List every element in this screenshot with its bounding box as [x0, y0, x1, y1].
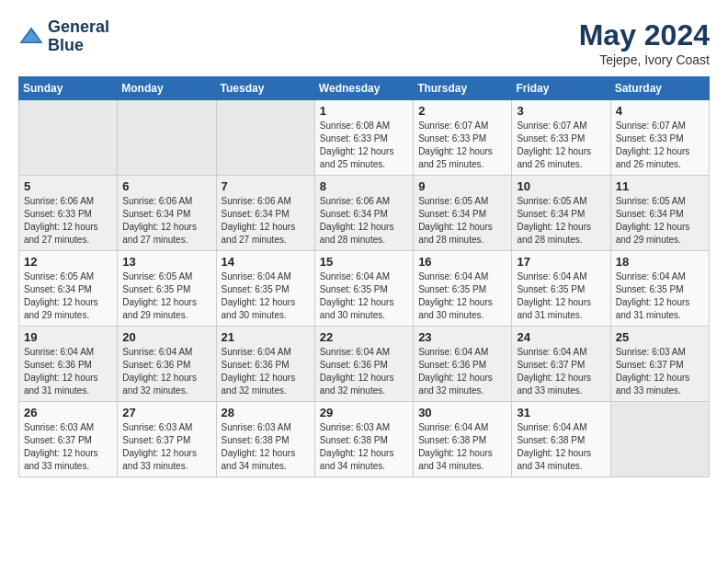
day-number: 27: [122, 406, 210, 419]
day-cell: 15Sunrise: 6:04 AMSunset: 6:35 PMDayligh…: [314, 251, 413, 327]
day-number: 22: [320, 330, 408, 344]
header-cell-friday: Friday: [512, 77, 610, 100]
day-info: Sunrise: 6:04 AMSunset: 6:35 PMDaylight:…: [222, 270, 310, 322]
day-info: Sunrise: 6:03 AMSunset: 6:37 PMDaylight:…: [122, 421, 210, 473]
calendar-body: 1Sunrise: 6:08 AMSunset: 6:33 PMDaylight…: [19, 100, 710, 477]
day-cell: 21Sunrise: 6:04 AMSunset: 6:36 PMDayligh…: [216, 327, 314, 402]
day-cell: [216, 100, 314, 176]
day-cell: 13Sunrise: 6:05 AMSunset: 6:35 PMDayligh…: [118, 251, 216, 327]
header-row: SundayMondayTuesdayWednesdayThursdayFrid…: [19, 77, 710, 100]
day-info: Sunrise: 6:07 AMSunset: 6:33 PMDaylight:…: [616, 120, 704, 171]
day-cell: 4Sunrise: 6:07 AMSunset: 6:33 PMDaylight…: [610, 100, 709, 176]
day-number: 19: [24, 330, 112, 344]
day-number: 4: [616, 104, 704, 118]
day-cell: 3Sunrise: 6:07 AMSunset: 6:33 PMDaylight…: [512, 100, 610, 176]
day-cell: 10Sunrise: 6:05 AMSunset: 6:34 PMDayligh…: [512, 176, 610, 251]
day-cell: 17Sunrise: 6:04 AMSunset: 6:35 PMDayligh…: [512, 251, 610, 327]
day-info: Sunrise: 6:04 AMSunset: 6:38 PMDaylight:…: [418, 421, 506, 473]
day-info: Sunrise: 6:08 AMSunset: 6:33 PMDaylight:…: [320, 120, 408, 171]
day-cell: 12Sunrise: 6:05 AMSunset: 6:34 PMDayligh…: [19, 251, 118, 327]
day-cell: 25Sunrise: 6:03 AMSunset: 6:37 PMDayligh…: [610, 327, 709, 402]
day-cell: 30Sunrise: 6:04 AMSunset: 6:38 PMDayligh…: [414, 402, 512, 477]
day-number: 26: [24, 406, 112, 419]
day-info: Sunrise: 6:06 AMSunset: 6:34 PMDaylight:…: [222, 195, 310, 247]
week-row-1: 1Sunrise: 6:08 AMSunset: 6:33 PMDaylight…: [19, 100, 710, 176]
logo: General Blue: [18, 18, 109, 55]
day-number: 31: [517, 406, 605, 419]
day-cell: 14Sunrise: 6:04 AMSunset: 6:35 PMDayligh…: [216, 251, 314, 327]
day-cell: 20Sunrise: 6:04 AMSunset: 6:36 PMDayligh…: [118, 327, 216, 402]
day-info: Sunrise: 6:04 AMSunset: 6:36 PMDaylight:…: [122, 346, 210, 397]
day-number: 14: [222, 255, 310, 269]
month-title: May 2024: [579, 18, 710, 52]
day-info: Sunrise: 6:04 AMSunset: 6:35 PMDaylight:…: [418, 270, 506, 322]
day-cell: 11Sunrise: 6:05 AMSunset: 6:34 PMDayligh…: [610, 176, 709, 251]
day-cell: 27Sunrise: 6:03 AMSunset: 6:37 PMDayligh…: [118, 402, 216, 477]
day-info: Sunrise: 6:04 AMSunset: 6:36 PMDaylight:…: [24, 346, 112, 397]
week-row-2: 5Sunrise: 6:06 AMSunset: 6:33 PMDaylight…: [19, 176, 710, 251]
day-cell: 29Sunrise: 6:03 AMSunset: 6:38 PMDayligh…: [314, 402, 413, 477]
week-row-3: 12Sunrise: 6:05 AMSunset: 6:34 PMDayligh…: [19, 251, 710, 327]
day-number: 24: [517, 330, 605, 344]
day-info: Sunrise: 6:05 AMSunset: 6:34 PMDaylight:…: [616, 195, 704, 247]
day-number: 8: [320, 179, 408, 193]
day-info: Sunrise: 6:06 AMSunset: 6:34 PMDaylight:…: [122, 195, 210, 247]
day-cell: 19Sunrise: 6:04 AMSunset: 6:36 PMDayligh…: [19, 327, 118, 402]
day-number: 16: [418, 255, 506, 269]
day-number: 11: [616, 179, 704, 193]
day-number: 1: [320, 104, 408, 118]
day-number: 28: [222, 406, 310, 419]
day-number: 13: [122, 255, 210, 269]
day-info: Sunrise: 6:07 AMSunset: 6:33 PMDaylight:…: [418, 120, 506, 171]
week-row-5: 26Sunrise: 6:03 AMSunset: 6:37 PMDayligh…: [19, 402, 710, 477]
day-cell: 1Sunrise: 6:08 AMSunset: 6:33 PMDaylight…: [314, 100, 413, 176]
location: Tejepe, Ivory Coast: [579, 52, 710, 67]
day-info: Sunrise: 6:04 AMSunset: 6:35 PMDaylight:…: [517, 270, 605, 322]
day-info: Sunrise: 6:04 AMSunset: 6:36 PMDaylight:…: [418, 346, 506, 397]
day-info: Sunrise: 6:05 AMSunset: 6:34 PMDaylight:…: [418, 195, 506, 247]
day-cell: 2Sunrise: 6:07 AMSunset: 6:33 PMDaylight…: [414, 100, 512, 176]
day-number: 7: [222, 179, 310, 193]
day-info: Sunrise: 6:07 AMSunset: 6:33 PMDaylight:…: [517, 120, 605, 171]
day-cell: [118, 100, 216, 176]
day-cell: 5Sunrise: 6:06 AMSunset: 6:33 PMDaylight…: [19, 176, 118, 251]
day-info: Sunrise: 6:04 AMSunset: 6:36 PMDaylight:…: [222, 346, 310, 397]
day-number: 5: [24, 179, 112, 193]
calendar-table: SundayMondayTuesdayWednesdayThursdayFrid…: [18, 76, 710, 477]
day-number: 23: [418, 330, 506, 344]
day-cell: 26Sunrise: 6:03 AMSunset: 6:37 PMDayligh…: [19, 402, 118, 477]
day-info: Sunrise: 6:03 AMSunset: 6:38 PMDaylight:…: [222, 421, 310, 473]
day-info: Sunrise: 6:06 AMSunset: 6:34 PMDaylight:…: [320, 195, 408, 247]
day-info: Sunrise: 6:04 AMSunset: 6:36 PMDaylight:…: [320, 346, 408, 397]
week-row-4: 19Sunrise: 6:04 AMSunset: 6:36 PMDayligh…: [19, 327, 710, 402]
day-number: 9: [418, 179, 506, 193]
day-number: 25: [616, 330, 704, 344]
logo-icon: [18, 24, 44, 50]
day-cell: 31Sunrise: 6:04 AMSunset: 6:38 PMDayligh…: [512, 402, 610, 477]
day-number: 29: [320, 406, 408, 419]
day-info: Sunrise: 6:04 AMSunset: 6:38 PMDaylight:…: [517, 421, 605, 473]
day-number: 3: [517, 104, 605, 118]
day-info: Sunrise: 6:05 AMSunset: 6:34 PMDaylight:…: [24, 270, 112, 322]
title-block: May 2024 Tejepe, Ivory Coast: [579, 18, 710, 67]
day-number: 2: [418, 104, 506, 118]
header-cell-saturday: Saturday: [610, 77, 709, 100]
header-cell-thursday: Thursday: [414, 77, 512, 100]
header-cell-wednesday: Wednesday: [314, 77, 413, 100]
logo-line2: Blue: [48, 37, 109, 55]
day-info: Sunrise: 6:05 AMSunset: 6:34 PMDaylight:…: [517, 195, 605, 247]
day-cell: 22Sunrise: 6:04 AMSunset: 6:36 PMDayligh…: [314, 327, 413, 402]
day-cell: 28Sunrise: 6:03 AMSunset: 6:38 PMDayligh…: [216, 402, 314, 477]
logo-line1: General: [48, 18, 109, 37]
day-cell: 8Sunrise: 6:06 AMSunset: 6:34 PMDaylight…: [314, 176, 413, 251]
day-info: Sunrise: 6:03 AMSunset: 6:37 PMDaylight:…: [24, 421, 112, 473]
day-cell: 7Sunrise: 6:06 AMSunset: 6:34 PMDaylight…: [216, 176, 314, 251]
day-number: 10: [517, 179, 605, 193]
day-cell: 24Sunrise: 6:04 AMSunset: 6:37 PMDayligh…: [512, 327, 610, 402]
day-number: 17: [517, 255, 605, 269]
day-info: Sunrise: 6:03 AMSunset: 6:38 PMDaylight:…: [320, 421, 408, 473]
day-info: Sunrise: 6:03 AMSunset: 6:37 PMDaylight:…: [616, 346, 704, 397]
day-info: Sunrise: 6:05 AMSunset: 6:35 PMDaylight:…: [122, 270, 210, 322]
day-number: 20: [122, 330, 210, 344]
header-cell-monday: Monday: [118, 77, 216, 100]
